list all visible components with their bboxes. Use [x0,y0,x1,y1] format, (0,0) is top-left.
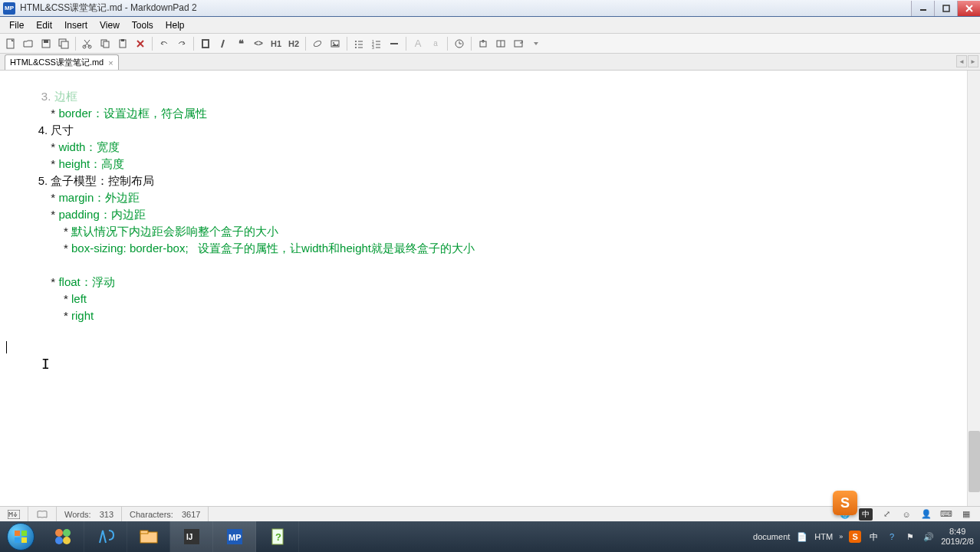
svg-line-18 [222,40,224,48]
taskbar-explorer-icon[interactable] [127,521,170,552]
svg-point-19 [313,39,322,47]
svg-rect-8 [61,41,68,48]
svg-rect-6 [44,40,48,43]
tab-close-icon[interactable]: × [108,58,113,67]
tabbar: HTML&CSS课堂笔记.md × ◄ ► [0,54,980,71]
copy-icon[interactable] [97,36,113,51]
svg-rect-17 [202,40,209,48]
tray-sogou-icon[interactable]: S [849,531,861,543]
svg-text:?: ? [275,531,281,543]
menu-help[interactable]: Help [159,18,191,32]
undo-icon[interactable] [156,36,172,51]
minimize-button[interactable] [911,1,934,16]
ol-icon[interactable]: 123 [369,36,384,51]
export-icon[interactable] [475,36,491,51]
svg-rect-1 [943,5,949,12]
close-button[interactable] [957,1,980,16]
cut-icon[interactable] [80,36,95,51]
tab-next-icon[interactable]: ► [968,55,978,67]
tray-note-icon[interactable]: 📄 [796,531,808,543]
taskbar-help-icon[interactable]: ? [256,521,299,552]
timestamp-icon[interactable] [452,36,467,51]
link-icon[interactable] [310,36,325,51]
svg-rect-52 [140,531,148,534]
browser-icon[interactable] [511,36,526,51]
save-icon[interactable] [38,36,54,51]
svg-point-22 [355,41,357,42]
svg-text:3: 3 [372,45,374,49]
tray-zhong-icon[interactable]: 中 [867,531,880,543]
keyboard-icon[interactable]: ⌨ [940,508,952,521]
h2-button[interactable]: H2 [286,36,301,51]
taskbar-intellij-icon[interactable]: IJ [170,521,213,552]
svg-point-26 [355,47,357,48]
menu-view[interactable]: View [94,18,126,32]
status-markdown-icon[interactable] [0,507,28,521]
quote-icon[interactable]: ❝ [233,36,248,51]
expand-icon[interactable]: ⤢ [880,508,893,521]
tab-label: HTML&CSS课堂笔记.md [10,57,104,68]
open-file-icon[interactable] [21,36,36,51]
ibeam-cursor: I [41,356,50,372]
save-all-icon[interactable] [56,36,71,51]
svg-rect-43 [15,531,20,536]
grid-icon[interactable]: ▦ [960,508,972,521]
taskbar-app-2[interactable] [84,521,127,552]
delete-icon[interactable] [133,36,148,51]
svg-point-48 [63,529,71,537]
toolbar: ❝ <> H1 H2 123 A a [0,34,980,54]
user-icon[interactable]: 👤 [920,508,932,521]
menu-edit[interactable]: Edit [30,18,58,32]
tray-help-icon[interactable]: ? [886,531,898,543]
redo-icon[interactable] [174,36,189,51]
titlebar: MP HTML&CSS课堂笔记.md - MarkdownPad 2 [0,0,980,17]
image-icon[interactable] [327,36,343,51]
svg-text:IJ: IJ [186,533,192,541]
taskbar: IJ MP ? document 📄 HTM » S 中 ? ⚑ 🔊 8:49 … [0,521,980,552]
svg-point-24 [355,44,357,45]
vertical-scrollbar[interactable] [967,71,980,506]
svg-text:MP: MP [229,533,242,542]
tray-flag-icon[interactable]: ⚑ [904,531,916,543]
sogou-ime-icon[interactable]: S [833,491,857,515]
code-icon[interactable]: <> [251,36,266,51]
scrollbar-thumb[interactable] [968,431,980,492]
bold-icon[interactable] [198,36,213,51]
window-controls [911,1,980,16]
preview-icon[interactable] [493,36,508,51]
font-small-icon[interactable]: a [428,36,443,51]
tray-htm: HTM [814,532,833,541]
lang-icon[interactable]: 中 [859,508,873,521]
menu-tools[interactable]: Tools [126,18,159,32]
status-chars: Characters: 3617 [122,507,209,521]
editor[interactable]: 3. 边框 * border：设置边框，符合属性 4. 尺寸 * width：宽… [0,71,980,506]
more-icon[interactable] [528,36,544,51]
menubar: File Edit Insert View Tools Help [0,17,980,34]
menu-file[interactable]: File [3,18,30,32]
window-title: HTML&CSS课堂笔记.md - MarkdownPad 2 [18,2,911,15]
italic-icon[interactable] [215,36,231,51]
tray-volume-icon[interactable]: 🔊 [922,531,935,543]
start-button[interactable] [0,521,41,552]
maximize-button[interactable] [934,1,957,16]
hr-icon[interactable] [386,36,402,51]
tray-chevron-icon[interactable]: » [839,533,843,540]
ul-icon[interactable] [351,36,367,51]
h1-button[interactable]: H1 [268,36,284,51]
taskbar-app-1[interactable] [41,521,84,552]
app-icon: MP [3,2,15,15]
menu-insert[interactable]: Insert [58,18,94,32]
svg-rect-41 [515,41,522,47]
document-tab[interactable]: HTML&CSS课堂笔记.md × [5,54,119,70]
svg-point-47 [55,529,63,537]
status-book-icon[interactable] [28,507,57,521]
tab-prev-icon[interactable]: ◄ [956,55,967,67]
taskbar-markdownpad-icon[interactable]: MP [213,521,256,552]
svg-rect-46 [21,537,27,543]
svg-point-50 [63,537,71,544]
tray-clock[interactable]: 8:49 2019/2/8 [941,527,974,547]
font-large-icon[interactable]: A [410,36,426,51]
paste-icon[interactable] [115,36,130,51]
face-icon[interactable]: ☺ [900,508,913,521]
new-file-icon[interactable] [3,36,18,51]
